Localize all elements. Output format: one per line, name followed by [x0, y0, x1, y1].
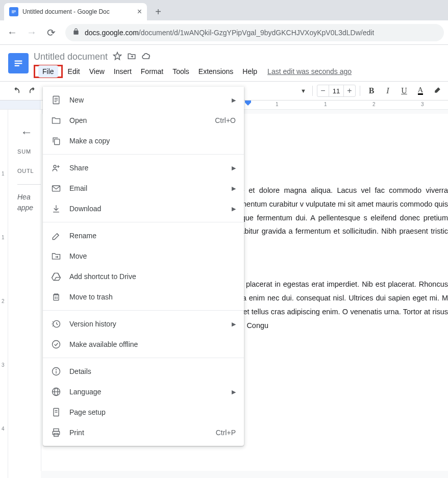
menu-item-move-to-trash[interactable]: Move to trash	[43, 287, 244, 307]
history-icon	[51, 319, 61, 329]
cloud-status-icon[interactable]	[141, 51, 152, 63]
submenu-arrow-icon: ▶	[232, 321, 236, 328]
browser-toolbar: ← → ⟳ docs.google.com/document/d/1wANQki…	[0, 20, 448, 45]
menu-item-open[interactable]: OpenCtrl+O	[43, 110, 244, 131]
info-icon	[51, 366, 61, 376]
menu-item-language[interactable]: Language▶	[43, 382, 244, 402]
underline-button[interactable]: U	[397, 84, 411, 98]
move-to-folder-icon[interactable]	[127, 52, 136, 62]
italic-button[interactable]: I	[381, 84, 395, 98]
font-size-control: − 11 +	[317, 85, 356, 97]
menu-item-download[interactable]: Download▶	[43, 198, 244, 219]
page-icon	[51, 407, 61, 417]
menu-shortcut: Ctrl+O	[215, 116, 236, 124]
address-bar[interactable]: docs.google.com/document/d/1wANQkil-GzgY…	[65, 24, 444, 41]
menu-label: Move	[69, 252, 236, 260]
menu-label: Make available offline	[69, 340, 236, 348]
download-icon	[51, 204, 61, 214]
submenu-arrow-icon: ▶	[232, 97, 236, 104]
browser-tab[interactable]: Untitled document - Google Doc ×	[4, 3, 147, 20]
outline-outline-heading: OUTL	[17, 168, 41, 174]
menu-file-highlight: File	[34, 65, 63, 78]
submenu-arrow-icon: ▶	[232, 185, 236, 192]
highlight-button[interactable]	[430, 84, 444, 98]
menu-label: Version history	[69, 320, 223, 328]
svg-rect-5	[15, 65, 19, 66]
menu-insert[interactable]: Insert	[110, 65, 136, 78]
rename-icon	[51, 231, 61, 241]
new-tab-button[interactable]: +	[151, 5, 165, 19]
menu-extensions[interactable]: Extensions	[194, 65, 237, 78]
menu-item-rename[interactable]: Rename	[43, 225, 244, 246]
font-size-increase[interactable]: +	[344, 86, 355, 95]
separator	[312, 86, 313, 96]
tab-close-icon[interactable]: ×	[137, 7, 142, 16]
submenu-arrow-icon: ▶	[232, 206, 236, 212]
menu-label: Add shortcut to Drive	[69, 272, 236, 281]
menu-label: Page setup	[69, 408, 236, 416]
copy-icon	[51, 136, 61, 146]
submenu-arrow-icon: ▶	[232, 389, 236, 395]
font-size-value[interactable]: 11	[329, 85, 344, 96]
file-menu-dropdown: New▶OpenCtrl+OMake a copyShare▶Email▶Dow…	[43, 87, 244, 446]
svg-point-21	[53, 341, 60, 348]
menu-item-email[interactable]: Email▶	[43, 178, 244, 198]
outline-summary-heading: SUM	[17, 148, 41, 155]
menu-divider	[43, 222, 244, 222]
text-color-button[interactable]: A	[413, 84, 428, 98]
svg-rect-4	[15, 63, 22, 64]
bold-button[interactable]: B	[364, 84, 379, 98]
font-size-decrease[interactable]: −	[317, 86, 329, 95]
svg-rect-14	[53, 186, 60, 191]
menu-divider	[43, 154, 244, 155]
outline-back-button[interactable]: ←	[17, 125, 41, 139]
menu-file[interactable]: File	[38, 65, 58, 78]
svg-rect-0	[12, 11, 16, 11]
menu-item-page-setup[interactable]: Page setup	[43, 402, 244, 422]
lock-icon	[72, 28, 80, 37]
svg-rect-3	[15, 61, 22, 62]
menu-label: Share	[69, 164, 223, 172]
menu-view[interactable]: View	[85, 65, 109, 78]
menu-divider	[43, 310, 244, 311]
star-icon[interactable]	[113, 52, 122, 62]
svg-rect-17	[54, 295, 59, 300]
vertical-ruler[interactable]: 1 1 2 3 4	[0, 110, 8, 478]
menu-item-version-history[interactable]: Version history▶	[43, 314, 244, 334]
menu-help[interactable]: Help	[238, 65, 261, 78]
back-button[interactable]: ←	[4, 24, 20, 41]
menu-label: Download	[69, 205, 223, 213]
doc-icon	[51, 95, 61, 105]
menubar: File Edit View Insert Format Tools Exten…	[34, 64, 444, 81]
menu-label: Open	[69, 116, 207, 124]
menu-edit[interactable]: Edit	[64, 65, 84, 78]
undo-button[interactable]	[9, 84, 23, 98]
offline-icon	[51, 339, 61, 349]
font-family-dropdown[interactable]: ▼	[296, 84, 308, 97]
menu-item-move[interactable]: Move	[43, 246, 244, 266]
document-title[interactable]: Untitled document	[34, 52, 108, 62]
svg-rect-2	[12, 13, 14, 13]
menu-item-details[interactable]: Details	[43, 361, 244, 382]
menu-tools[interactable]: Tools	[168, 65, 193, 78]
menu-shortcut: Ctrl+P	[216, 429, 236, 437]
drive-icon	[51, 271, 61, 282]
redo-button[interactable]	[26, 84, 40, 98]
indent-marker-icon[interactable]	[245, 100, 251, 109]
trash-icon	[51, 292, 61, 302]
menu-item-new[interactable]: New▶	[43, 90, 244, 110]
print-icon	[51, 427, 61, 438]
menu-item-make-available-offline[interactable]: Make available offline	[43, 334, 244, 355]
forward-button[interactable]: →	[23, 24, 40, 41]
last-edit-link[interactable]: Last edit was seconds ago	[267, 67, 352, 76]
menu-item-add-shortcut-to-drive[interactable]: Add shortcut to Drive	[43, 266, 244, 287]
menu-item-print[interactable]: PrintCtrl+P	[43, 422, 244, 443]
email-icon	[51, 183, 61, 193]
reload-button[interactable]: ⟳	[43, 24, 59, 41]
menu-format[interactable]: Format	[137, 65, 167, 78]
menu-item-share[interactable]: Share▶	[43, 158, 244, 178]
menu-item-make-a-copy[interactable]: Make a copy	[43, 131, 244, 151]
docs-logo-icon[interactable]	[8, 53, 29, 73]
svg-point-11	[54, 165, 56, 168]
svg-rect-31	[54, 429, 59, 432]
